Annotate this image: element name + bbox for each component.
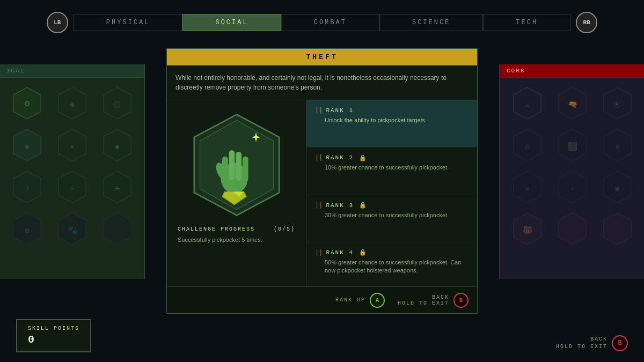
global-back-button[interactable]: B xyxy=(612,335,628,351)
global-back-label: BACK HOLD TO EXIT xyxy=(556,336,608,351)
left-panel-header: ICAL xyxy=(0,64,144,78)
rank-item-1[interactable]: || RANK 1 Unlock the ability to pickpock… xyxy=(306,100,477,147)
main-panel: THEFT While not entirely honorable, and … xyxy=(166,48,478,314)
nav-tabs: PHYSICAL SOcIAL COMBAT SCIENCE TECH xyxy=(74,14,570,31)
rank-3-icon: || xyxy=(315,202,323,209)
skill-hex-item[interactable]: ☠ xyxy=(507,168,547,205)
svg-text:✿: ✿ xyxy=(25,226,30,234)
skill-title: THEFT xyxy=(167,49,477,65)
rank-4-icon: || xyxy=(315,249,323,256)
tab-combat[interactable]: COMBAT xyxy=(281,14,379,31)
back-button[interactable]: B xyxy=(453,293,469,308)
svg-rect-49 xyxy=(229,150,235,180)
rank-4-lock: 🔒 xyxy=(359,249,367,256)
rank-4-header: || RANK 4 🔒 xyxy=(315,249,469,256)
rank-1-icon: || xyxy=(315,107,323,114)
tab-tech[interactable]: TECH xyxy=(483,14,570,31)
rank-1-description: Unlock the ability to pickpocket targets… xyxy=(315,116,469,124)
skill-hex-item[interactable]: ⬛ xyxy=(552,126,592,164)
nav-bar: LB PHYSICAL SOcIAL COMBAT SCIENCE TECH R… xyxy=(0,12,644,33)
skill-description: While not entirely honorable, and certai… xyxy=(167,65,477,100)
rank-up-control[interactable]: RANK UP A xyxy=(335,293,385,308)
skill-hex-item[interactable]: ✿ xyxy=(6,210,47,247)
skill-hex-item[interactable]: 🐾 xyxy=(52,210,92,247)
challenge-progress: (0/5) xyxy=(274,226,295,232)
skill-content: CHALLENGE PROGRESS (0/5) Successfully pi… xyxy=(167,100,477,290)
svg-text:🔫: 🔫 xyxy=(567,99,577,109)
rank-1-label: RANK 1 xyxy=(326,107,354,114)
skill-hex-item[interactable]: ⛨ xyxy=(597,84,638,122)
svg-text:✵: ✵ xyxy=(615,142,620,151)
back-control[interactable]: BACK HOLD TO EXIT B xyxy=(398,293,469,308)
tab-social[interactable]: SOcIAL xyxy=(182,14,281,31)
skill-hex-item[interactable]: ◈ xyxy=(52,84,92,122)
skill-hex-item[interactable] xyxy=(597,210,638,247)
skill-hex-item[interactable]: ✦ xyxy=(52,126,92,164)
svg-rect-51 xyxy=(242,156,248,181)
right-panel-header: COMB xyxy=(500,64,644,78)
nav-rb-button[interactable]: RB xyxy=(576,12,597,33)
skill-hex-item[interactable]: ☘ xyxy=(97,168,137,205)
rank-2-header: || RANK 2 🔒 xyxy=(315,154,469,161)
left-panel: ICAL ⚙ ◈ ⬡ ❖ xyxy=(0,64,145,279)
skill-hex-item[interactable]: ◆ xyxy=(97,126,137,164)
rank-3-description: 30% greater chance to successfully pickp… xyxy=(315,211,469,219)
skill-hex-item[interactable]: ◉ xyxy=(597,168,638,205)
rank-2-icon: || xyxy=(315,154,323,161)
svg-marker-44 xyxy=(603,213,631,245)
challenge-text: Successfully pickpocket 5 times. xyxy=(178,237,295,243)
skill-hex-item[interactable] xyxy=(97,210,137,247)
skill-hex-item[interactable]: ✵ xyxy=(597,126,638,164)
svg-text:⚔: ⚔ xyxy=(525,100,530,109)
right-panel: COMB ⚔ 🔫 ⛨ ◎ xyxy=(499,64,644,279)
svg-text:◆: ◆ xyxy=(115,142,120,151)
svg-rect-50 xyxy=(236,151,241,180)
skill-hex-item[interactable]: ◎ xyxy=(507,126,547,164)
rank-up-label: RANK UP xyxy=(335,297,365,303)
skill-hex-item[interactable]: ⚡ xyxy=(52,168,92,205)
tab-science[interactable]: SCIENCE xyxy=(379,14,483,31)
rank-2-lock: 🔒 xyxy=(359,154,367,161)
rank-item-2[interactable]: || RANK 2 🔒 10% greater chance to succes… xyxy=(306,147,477,195)
rank-3-lock: 🔒 xyxy=(359,202,367,209)
challenge-header: CHALLENGE PROGRESS (0/5) xyxy=(178,226,295,232)
svg-text:☠: ☠ xyxy=(525,184,530,193)
global-back-control[interactable]: BACK HOLD TO EXIT B xyxy=(556,335,628,351)
svg-text:🐾: 🐾 xyxy=(67,225,77,234)
back-label: BACK HOLD TO EXIT xyxy=(398,294,449,306)
rank-4-label: RANK 4 xyxy=(326,249,354,256)
bottom-controls: RANK UP A BACK HOLD TO EXIT B xyxy=(167,286,477,313)
skill-points-value: 0 xyxy=(28,334,79,346)
svg-text:⛨: ⛨ xyxy=(613,100,621,109)
skill-hex-item[interactable]: ❖ xyxy=(6,126,47,164)
rank-item-4[interactable]: || RANK 4 🔒 50% greater chance to succes… xyxy=(306,242,477,290)
skill-hex-item[interactable]: ⚙ xyxy=(6,84,47,122)
tab-physical[interactable]: PHYSICAL xyxy=(74,14,183,31)
skill-hex-item[interactable]: ⬡ xyxy=(97,84,137,122)
rank-3-header: || RANK 3 🔒 xyxy=(315,202,469,209)
svg-marker-22 xyxy=(103,213,130,245)
nav-lb-button[interactable]: LB xyxy=(47,12,68,33)
skill-hex-item[interactable] xyxy=(552,210,592,247)
rank-item-3[interactable]: || RANK 3 🔒 30% greater chance to succes… xyxy=(306,195,477,242)
svg-text:◎: ◎ xyxy=(525,142,530,151)
skill-hex-item[interactable]: ⚔ xyxy=(507,84,547,122)
rank-1-header: || RANK 1 xyxy=(315,107,469,114)
rank-up-button[interactable]: A xyxy=(370,293,385,308)
skill-hex-item[interactable]: 🔫 xyxy=(552,84,592,122)
svg-text:☘: ☘ xyxy=(115,184,120,193)
rank-2-description: 10% greater chance to successfully pickp… xyxy=(315,164,469,172)
rank-2-label: RANK 2 xyxy=(326,154,354,161)
svg-text:◉: ◉ xyxy=(615,184,620,193)
rank-3-label: RANK 3 xyxy=(326,202,354,209)
svg-text:⬛: ⬛ xyxy=(567,141,577,151)
svg-text:🐻: 🐻 xyxy=(522,225,532,234)
svg-text:❖: ❖ xyxy=(25,142,30,151)
skill-points-box: SKILL POINTS 0 xyxy=(16,319,91,352)
skill-hex-item[interactable]: ⚡ xyxy=(552,168,592,205)
skill-hex-item[interactable]: ☽ xyxy=(6,168,47,205)
svg-text:☽: ☽ xyxy=(25,184,30,193)
skill-ranks: || RANK 1 Unlock the ability to pickpock… xyxy=(306,100,477,290)
skill-hex-item[interactable]: 🐻 xyxy=(507,210,547,247)
skill-badge xyxy=(188,111,285,218)
